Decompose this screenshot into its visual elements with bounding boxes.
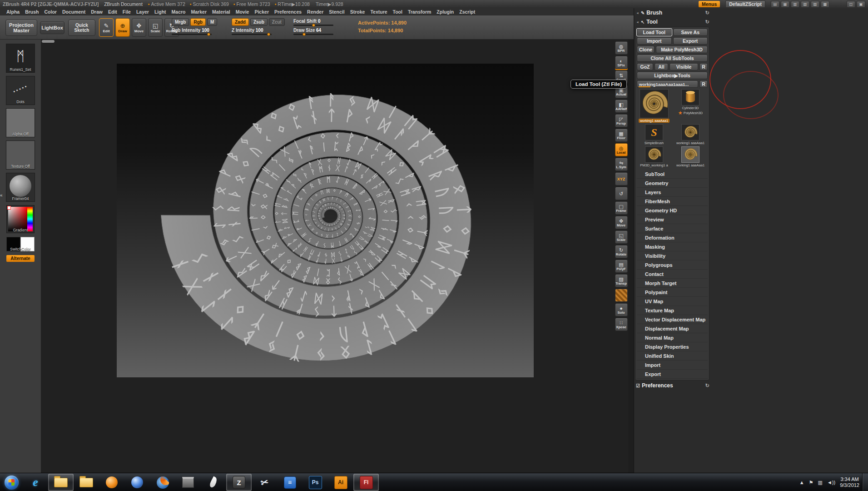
mrgb-button[interactable]: Mrgb — [172, 18, 189, 26]
rgb-button[interactable]: Rgb — [190, 18, 205, 26]
save-as-button[interactable]: Save As — [673, 29, 708, 36]
rs-move-button[interactable]: ✥ Move — [615, 216, 628, 229]
focal-shift-slider[interactable]: Focal Shift 0 — [293, 19, 333, 26]
taskbar-document-app-icon[interactable]: ≡ — [277, 474, 303, 491]
zcut-button[interactable]: Zcut — [269, 18, 285, 26]
taskbar-clock[interactable]: 3:34 AM 9/3/2012 — [840, 476, 859, 488]
tool-thumb-working1-b[interactable] — [681, 146, 699, 163]
menu-item[interactable]: Alpha — [4, 9, 22, 15]
menu-item[interactable]: Render — [304, 9, 326, 15]
taskbar-explorer-icon[interactable] — [48, 474, 74, 491]
taskbar-firefox-icon[interactable] — [150, 474, 175, 491]
mode-draw-button[interactable]: ⊕ Draw — [115, 18, 130, 37]
bpr-button[interactable]: ◍ BPR — [615, 41, 628, 55]
projection-master-button[interactable]: Projection Master — [5, 20, 37, 36]
taskbar-app-feather-icon[interactable] — [201, 474, 226, 491]
volume-icon[interactable]: ◄)) — [827, 480, 835, 485]
current-tool-name-button[interactable]: working1aaaAaa1aaa1... — [637, 80, 698, 88]
taskbar-app-box-icon[interactable] — [175, 474, 201, 491]
menu-item[interactable]: File — [120, 9, 134, 15]
z-intensity-track[interactable] — [232, 34, 272, 35]
tool-section[interactable]: Layers — [637, 188, 708, 197]
menu-item[interactable]: Color — [42, 9, 60, 15]
alpha-picker[interactable]: Alpha Off — [6, 108, 35, 137]
brush-palette-header[interactable]: ◄ ✎ Brush ↻ — [634, 8, 711, 17]
hidden-icons-arrow[interactable]: ▲ — [799, 480, 804, 485]
taskbar-app-orange-icon[interactable] — [99, 474, 124, 491]
menu-item[interactable]: Material — [209, 9, 233, 15]
clone-button[interactable]: Clone — [637, 46, 655, 53]
taskbar-ie-icon[interactable]: e — [23, 474, 48, 491]
taskbar-zbrush-icon[interactable]: Z — [226, 474, 252, 491]
taskbar-app-swirl-icon[interactable] — [124, 474, 150, 491]
make-polymesh3d-button[interactable]: Make PolyMesh3D — [656, 46, 708, 53]
grid-layout-icon[interactable]: ▦ — [781, 1, 789, 8]
menu-item[interactable]: Brush — [22, 9, 41, 15]
tool-r-button[interactable]: R — [699, 80, 708, 88]
menu-item[interactable]: Document — [60, 9, 88, 15]
rs-polyf-button[interactable]: ▤ PolyF — [615, 260, 628, 273]
doc-layout-icon[interactable]: ▤ — [771, 1, 779, 8]
left-tray-collapse[interactable]: « — [0, 193, 3, 198]
window-full-icon[interactable]: ▣ — [857, 1, 865, 8]
tool-section[interactable]: Visibility — [637, 251, 708, 261]
mode-edit-button[interactable]: ✎ Edit — [99, 18, 114, 37]
menus-button[interactable]: Menus — [699, 1, 720, 7]
rs-aahalf-button[interactable]: ◧ AAHalf — [615, 100, 628, 113]
rs-material-button[interactable] — [615, 289, 628, 302]
tool-thumb-polymesh3d[interactable]: ★ PolyMesh3D — [678, 110, 703, 115]
tool-section[interactable]: Import — [637, 361, 708, 370]
goz-visible-button[interactable]: Visible — [670, 63, 698, 70]
alternate-button[interactable]: Alternate — [6, 255, 35, 262]
rgb-intensity-slider[interactable]: Rgb Intensity 100 — [172, 28, 217, 35]
menu-item[interactable]: Transform — [405, 9, 434, 15]
show-desktop-button[interactable] — [862, 473, 868, 491]
taskbar-photoshop-icon[interactable]: Ps — [303, 474, 328, 491]
tool-section[interactable]: Displacement Map — [637, 324, 708, 333]
tool-section[interactable]: SubTool — [637, 170, 708, 179]
mode-move-button[interactable]: ✥ Move — [132, 18, 146, 37]
tool-section[interactable]: Unified Skin — [637, 351, 708, 361]
rs-xyz-button[interactable]: XYZ — [615, 172, 628, 185]
goz-button[interactable]: GoZ — [637, 63, 653, 70]
spix-button[interactable]: ◐ SPix — [615, 56, 628, 69]
display-icon[interactable]: ▥ — [818, 480, 823, 486]
rs-persp-button[interactable]: ◸ Persp — [615, 114, 628, 127]
active-tool-thumbnail[interactable] — [640, 89, 669, 118]
menu-item[interactable]: Tool — [390, 9, 405, 15]
default-zscript-button[interactable]: DefaultZScript — [725, 0, 765, 8]
menu-item[interactable]: Preferences — [272, 9, 304, 15]
tool-section[interactable]: Geometry — [637, 179, 708, 188]
tool-thumb-cylinder3d[interactable] — [681, 89, 699, 105]
export-button[interactable]: Export — [673, 37, 708, 45]
color-picker[interactable]: Gradient — [6, 205, 35, 233]
mode-scale-button[interactable]: ◱ Scale — [148, 18, 163, 37]
menu-item[interactable]: Layer — [134, 9, 152, 15]
draw-size-slider[interactable]: Draw Size 64 — [293, 28, 333, 35]
tool-section[interactable]: Surface — [637, 224, 708, 233]
menu-item[interactable]: Stroke — [347, 9, 368, 15]
slider-handle[interactable] — [267, 33, 270, 36]
rs-spin-button[interactable]: ↺ — [615, 187, 628, 200]
lightbox-tools-button[interactable]: Lightbox▶Tools — [637, 72, 708, 79]
taskbar-folder-icon[interactable] — [74, 474, 99, 491]
start-button[interactable] — [0, 473, 23, 491]
slider-handle[interactable] — [207, 33, 210, 36]
canvas-scroll-nub[interactable] — [42, 40, 55, 43]
tool-section[interactable]: Texture Map — [637, 306, 708, 315]
zadd-button[interactable]: Zadd — [232, 18, 249, 26]
tool-section[interactable]: Display Properties — [637, 342, 708, 351]
slider-handle[interactable] — [303, 33, 306, 36]
import-button[interactable]: Import — [637, 37, 672, 45]
load-tool-button[interactable]: Load Tool — [637, 29, 672, 36]
view-icon[interactable]: ▨ — [811, 1, 819, 8]
menu-item[interactable]: Picker — [252, 9, 272, 15]
restore-icon[interactable]: ↻ — [705, 383, 709, 389]
rs-rotate-button[interactable]: ↻ Rotate — [615, 245, 628, 258]
menu-item[interactable]: Texture — [367, 9, 390, 15]
lightbox-button[interactable]: LightBox — [40, 21, 64, 34]
menu-item[interactable]: Marker — [188, 9, 209, 15]
menu-item[interactable]: Movie — [233, 9, 252, 15]
menu-item[interactable]: Edit — [105, 9, 120, 15]
tool-section[interactable]: Vector Displacement Map — [637, 315, 708, 324]
